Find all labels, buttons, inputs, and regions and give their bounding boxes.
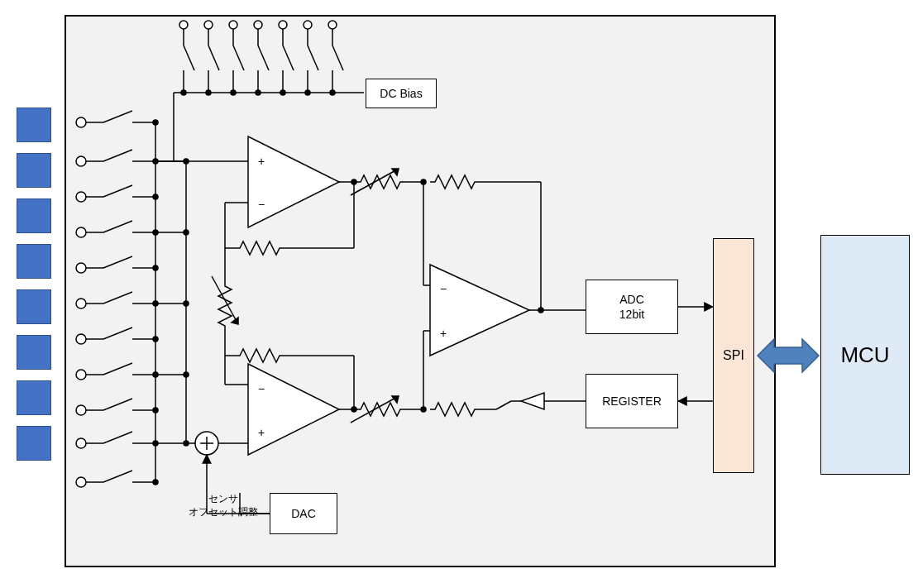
adc-label: ADC 12bit	[619, 292, 644, 322]
offset-adjust-label: センサ オフセット調整	[178, 493, 269, 519]
mcu-label: MCU	[840, 342, 889, 368]
sensor-pad	[17, 335, 51, 370]
dac-block: DAC	[270, 493, 337, 534]
register-block: REGISTER	[586, 374, 678, 428]
sensor-pad	[17, 198, 51, 233]
spi-block: SPI	[713, 238, 754, 473]
mcu-block: MCU	[820, 235, 910, 475]
spi-label: SPI	[723, 348, 744, 363]
sensor-pad	[17, 289, 51, 324]
sensor-pad	[17, 426, 51, 461]
register-label: REGISTER	[602, 394, 662, 409]
sensor-pad	[17, 108, 51, 142]
dc-bias-block: DC Bias	[366, 79, 437, 108]
adc-block: ADC 12bit	[586, 280, 678, 334]
dc-bias-label: DC Bias	[380, 86, 422, 101]
sensor-pad	[17, 380, 51, 415]
dac-label: DAC	[291, 506, 316, 521]
sensor-pad	[17, 244, 51, 279]
sensor-pad	[17, 153, 51, 188]
